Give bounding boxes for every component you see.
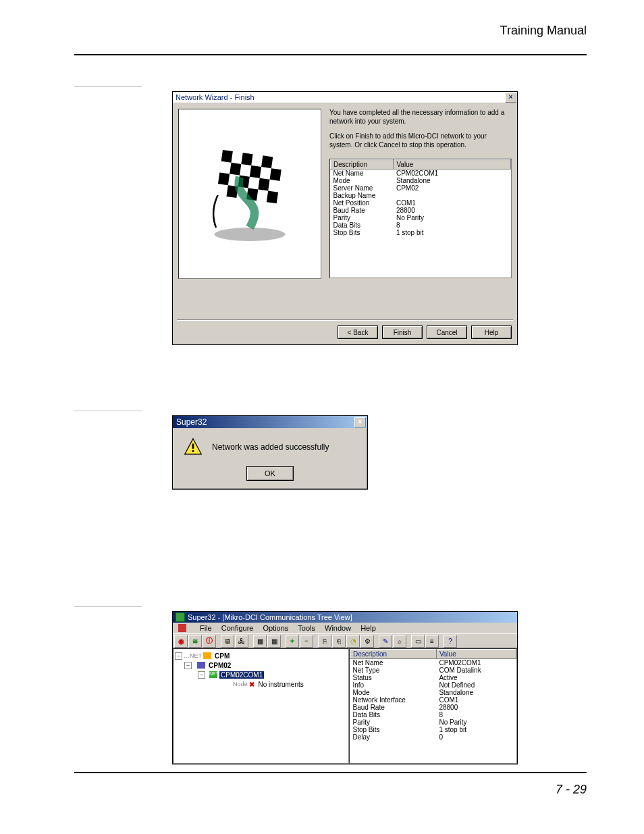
wizard-titlebar[interactable]: Network Wizard - Finish × bbox=[173, 92, 517, 103]
tree-pane[interactable]: – …NET CPM – CPM02 – NET CPM02COM1 Node … bbox=[173, 648, 349, 764]
col-value[interactable]: Value bbox=[436, 650, 516, 659]
treeview-window: Super32 - [Mikro-DCI Communications Tree… bbox=[172, 611, 518, 764]
toolbar-btn-1[interactable]: ◉ bbox=[174, 635, 188, 648]
cancel-button[interactable]: Cancel bbox=[427, 325, 467, 339]
table-row: Network InterfaceCOM1 bbox=[350, 696, 516, 704]
toolbar-btn-2[interactable]: ≋ bbox=[188, 635, 202, 648]
table-row: Baud Rate28800 bbox=[350, 704, 516, 711]
footer-rule bbox=[74, 772, 587, 773]
collapse-icon[interactable]: – bbox=[198, 671, 205, 679]
svg-rect-13 bbox=[267, 191, 278, 204]
table-row: Server NameCPM02 bbox=[331, 184, 511, 192]
svg-rect-8 bbox=[218, 172, 230, 185]
menu-options[interactable]: Options bbox=[263, 624, 288, 632]
figure-rule-2 bbox=[74, 411, 142, 411]
svg-rect-3 bbox=[241, 153, 252, 165]
header-rule bbox=[74, 54, 587, 55]
wizard-text-1: You have completed all the necessary inf… bbox=[329, 109, 512, 126]
table-row: Net NameCPM02COM1 bbox=[331, 170, 511, 178]
error-icon: ✖ bbox=[249, 681, 254, 688]
cpm-icon bbox=[203, 652, 211, 659]
menu-help[interactable]: Help bbox=[360, 624, 376, 632]
col-value[interactable]: Value bbox=[394, 160, 511, 170]
close-icon[interactable]: × bbox=[505, 93, 516, 103]
detail-pane: Description Value Net NameCPM02COM1 Net … bbox=[349, 648, 517, 764]
svg-rect-7 bbox=[270, 168, 281, 181]
menu-window[interactable]: Window bbox=[325, 624, 351, 632]
table-row: Stop Bits1 stop bit bbox=[331, 229, 511, 236]
menu-file[interactable]: File bbox=[200, 624, 212, 632]
table-row: StatusActive bbox=[350, 674, 516, 681]
col-description[interactable]: Description bbox=[331, 160, 394, 170]
figure-rule-1 bbox=[74, 86, 142, 87]
network-icon: NET bbox=[209, 671, 217, 678]
toolbar-btn-help[interactable]: ? bbox=[444, 635, 457, 648]
toolbar-btn-13[interactable]: ⚙ bbox=[360, 635, 374, 648]
svg-rect-4 bbox=[261, 155, 273, 168]
toolbar-btn-6[interactable]: ▦ bbox=[253, 635, 267, 648]
toolbar-btn-17[interactable]: ≡ bbox=[425, 635, 439, 648]
col-description[interactable]: Description bbox=[350, 650, 437, 659]
svg-rect-10 bbox=[258, 178, 269, 191]
menu-configure[interactable]: Configure bbox=[221, 624, 254, 632]
svg-rect-6 bbox=[250, 165, 261, 178]
toolbar-btn-8[interactable]: ＋ bbox=[286, 635, 299, 648]
table-row: ModeStandalone bbox=[331, 177, 511, 184]
toolbar-btn-7[interactable]: ▦ bbox=[267, 635, 281, 648]
toolbar-btn-10[interactable]: ⎘ bbox=[318, 635, 331, 648]
collapse-icon[interactable]: – bbox=[184, 662, 192, 669]
toolbar-btn-11[interactable]: ⎗ bbox=[332, 635, 346, 648]
tree-node-noinstruments[interactable]: Node ✖ No instruments bbox=[233, 679, 347, 689]
tree-node-server[interactable]: – CPM02 bbox=[184, 660, 347, 670]
page-number: 7 - 29 bbox=[556, 783, 587, 797]
toolbar-btn-5[interactable]: 🖧 bbox=[235, 635, 248, 648]
treeview-title: Super32 - [Mikro-DCI Communications Tree… bbox=[188, 613, 352, 621]
toolbar-btn-3[interactable]: ⓘ bbox=[203, 635, 216, 648]
wizard-title: Network Wizard - Finish bbox=[176, 93, 254, 101]
wizard-text-2: Click on Finish to add this Micro-DCI ne… bbox=[329, 132, 512, 149]
table-row: ModeStandalone bbox=[350, 689, 516, 696]
svg-rect-2 bbox=[221, 150, 233, 163]
page-header: Training Manual bbox=[500, 24, 587, 38]
table-row: ParityNo Parity bbox=[331, 214, 511, 221]
ok-button[interactable]: OK bbox=[246, 466, 294, 481]
svg-rect-16 bbox=[192, 450, 194, 452]
msgbox-titlebar[interactable]: Super32 × bbox=[173, 416, 367, 428]
table-row: Backup Name bbox=[331, 192, 511, 199]
menu-tools[interactable]: Tools bbox=[298, 624, 315, 632]
toolbar-btn-15[interactable]: ⌕ bbox=[393, 635, 406, 648]
toolbar-btn-12[interactable]: ◔ bbox=[346, 635, 360, 648]
warning-icon bbox=[184, 438, 203, 457]
close-icon[interactable]: × bbox=[354, 417, 366, 427]
help-button[interactable]: Help bbox=[471, 325, 512, 339]
table-row: Stop Bits1 stop bit bbox=[350, 726, 516, 733]
back-button[interactable]: < Back bbox=[338, 325, 378, 339]
table-row: Data Bits8 bbox=[350, 711, 516, 719]
collapse-icon[interactable]: – bbox=[175, 652, 182, 660]
success-messagebox: Super32 × Network was added successfully… bbox=[172, 415, 368, 490]
app-icon bbox=[176, 613, 185, 622]
table-row: Net PositionCOM1 bbox=[331, 199, 511, 207]
msgbox-text: Network was added successfully bbox=[212, 442, 329, 452]
toolbar-btn-4[interactable]: 🖥 bbox=[221, 635, 234, 648]
toolbar-btn-9[interactable]: － bbox=[300, 635, 313, 648]
svg-point-0 bbox=[215, 228, 286, 241]
msgbox-title: Super32 bbox=[176, 417, 207, 427]
tree-node-network[interactable]: – NET CPM02COM1 bbox=[198, 670, 347, 679]
table-row: ParityNo Parity bbox=[350, 719, 516, 726]
wizard-illustration bbox=[178, 109, 321, 279]
treeview-titlebar[interactable]: Super32 - [Mikro-DCI Communications Tree… bbox=[173, 612, 517, 623]
toolbar-btn-16[interactable]: ▭ bbox=[411, 635, 425, 648]
app-menu-icon bbox=[178, 624, 186, 632]
svg-rect-5 bbox=[230, 163, 241, 176]
table-row: Net NameCPM02COM1 bbox=[350, 659, 516, 667]
toolbar-btn-14[interactable]: ✎ bbox=[379, 635, 392, 648]
tree-node-root[interactable]: – …NET CPM bbox=[175, 651, 347, 660]
network-wizard-dialog: Network Wizard - Finish × bbox=[172, 91, 518, 345]
table-row: InfoNot Defined bbox=[350, 681, 516, 689]
table-row: Data Bits8 bbox=[331, 221, 511, 229]
table-row: Net TypeCOM Datalink bbox=[350, 667, 516, 674]
finish-button[interactable]: Finish bbox=[382, 325, 423, 339]
wizard-summary-list: Description Value Net NameCPM02COM1 Mode… bbox=[329, 159, 512, 278]
figure-rule-3 bbox=[74, 606, 142, 607]
